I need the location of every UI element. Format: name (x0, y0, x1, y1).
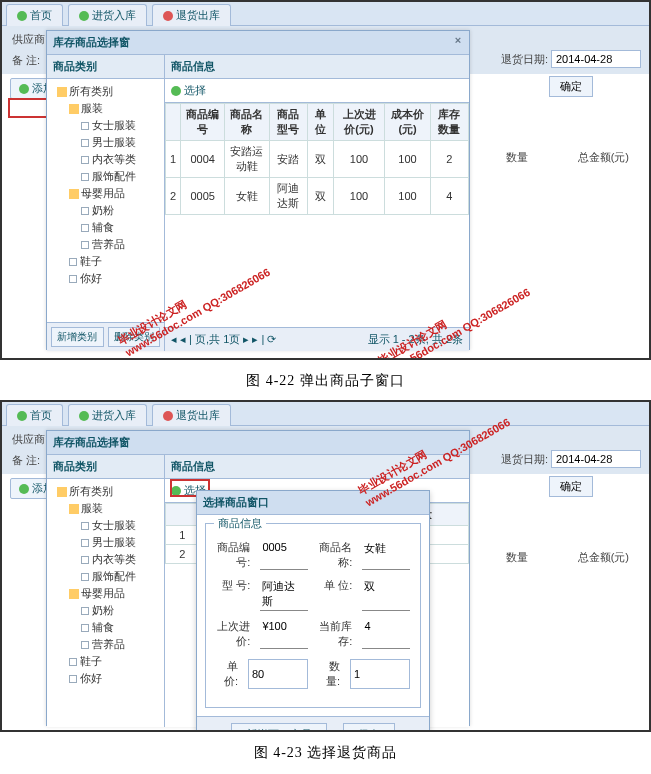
col: 商品编号 (181, 104, 225, 141)
right-panel: 退货日期: 确定 (501, 50, 641, 97)
main-tabs: 首页 进货入库 退货出库 (2, 402, 649, 426)
col: 库存数量 (430, 104, 468, 141)
tab-out[interactable]: 退货出库 (152, 404, 231, 426)
leaf-icon (81, 241, 89, 249)
folder-icon (57, 87, 67, 97)
category-tree: 所有类别 服装 女士服装 男士服装 内衣等类 服饰配件 母婴用品 奶粉 辅食 营… (47, 79, 164, 322)
confirm-button[interactable]: 确定 (549, 76, 593, 97)
in-icon (79, 11, 89, 21)
col: 上次进价(元) (333, 104, 385, 141)
tab-in[interactable]: 进货入库 (68, 404, 147, 426)
home-icon (17, 411, 27, 421)
product-stock: 4 (362, 619, 410, 649)
modal-title: 库存商品选择窗 (47, 431, 469, 455)
folder-icon (69, 189, 79, 199)
next-product-button[interactable]: 新增下一商品 (231, 723, 327, 732)
col: 商品名称 (225, 104, 269, 141)
leaf-icon (81, 156, 89, 164)
qty-input[interactable] (350, 659, 410, 689)
tree-item[interactable]: 奶粉 (51, 202, 160, 219)
pager-left: ◂ ◂ | 页,共 1页 ▸ ▸ | ⟳ (171, 332, 276, 347)
tree-item[interactable]: 营养品 (51, 236, 160, 253)
leaf-icon (81, 122, 89, 130)
tab-out[interactable]: 退货出库 (152, 4, 231, 26)
qty-header: 数量 (506, 150, 528, 165)
caption-2: 图 4-23 选择退货商品 (0, 734, 651, 772)
caption-1: 图 4-22 弹出商品子窗口 (0, 362, 651, 400)
qty-header: 数量 (506, 550, 528, 565)
product-price: ¥100 (260, 619, 308, 649)
folder-icon (69, 104, 79, 114)
tree-pane: 商品类别 所有类别 服装 女士服装 男士服装 内衣等类 服饰配件 母婴用品 奶粉… (47, 55, 165, 351)
tree-item[interactable]: 服饰配件 (51, 168, 160, 185)
tree-item[interactable]: 服装 (51, 100, 160, 117)
tab-home[interactable]: 首页 (6, 404, 63, 426)
in-icon (79, 411, 89, 421)
col: 单位 (307, 104, 333, 141)
leaf-icon (81, 207, 89, 215)
grid-pane: 商品信息 选择 商品编号 商品名称 商品型号 单位 上次进价(元) 成本价(元)… (165, 55, 469, 351)
amount-header: 总金额(元) (578, 150, 629, 165)
save-button[interactable]: 保存 (343, 723, 395, 732)
tree-item[interactable]: 女士服装 (51, 117, 160, 134)
col: 成本价(元) (385, 104, 431, 141)
table-row[interactable]: 10004安踏运动鞋安踏双1001002 (166, 141, 469, 178)
right-headers: 数量 总金额(元) (506, 150, 629, 165)
tree-item[interactable]: 母婴用品 (51, 185, 160, 202)
right-panel: 退货日期: 确定 (501, 450, 641, 497)
product-unit: 双 (362, 578, 410, 611)
pager-right: 显示 1 - 2条, 共 2条 (368, 332, 463, 347)
table-row[interactable]: 20005女鞋阿迪达斯双1001004 (166, 178, 469, 215)
supplier-label: 供应商: (12, 33, 48, 45)
highlight-box (8, 98, 48, 118)
product-id: 0005 (260, 540, 308, 570)
leaf-icon (69, 258, 77, 266)
close-icon[interactable]: × (451, 34, 465, 48)
fieldset-label: 商品信息 (214, 516, 266, 531)
select-product-dialog: 选择商品窗口 商品信息 商品编号:0005商品名称:女鞋 型 号:阿迪达斯单 位… (196, 490, 430, 732)
tab-in[interactable]: 进货入库 (68, 4, 147, 26)
tree-item[interactable]: 你好 (51, 270, 160, 287)
dialog-title: 选择商品窗口 (197, 491, 429, 515)
confirm-button[interactable]: 确定 (549, 476, 593, 497)
select-button[interactable]: 选择 (171, 84, 206, 96)
tree-item[interactable]: 内衣等类 (51, 151, 160, 168)
product-table: 商品编号 商品名称 商品型号 单位 上次进价(元) 成本价(元) 库存数量 10… (165, 103, 469, 215)
unit-price-input[interactable] (248, 659, 308, 689)
tree-title: 商品类别 (47, 55, 164, 79)
leaf-icon (81, 224, 89, 232)
out-icon (163, 411, 173, 421)
pager: ◂ ◂ | 页,共 1页 ▸ ▸ | ⟳ 显示 1 - 2条, 共 2条 (165, 327, 469, 351)
out-icon (163, 11, 173, 21)
product-name: 女鞋 (362, 540, 410, 570)
amount-header: 总金额(元) (578, 550, 629, 565)
supplier-label: 供应商: (12, 433, 48, 445)
return-date-input[interactable] (551, 450, 641, 468)
leaf-icon (69, 275, 77, 283)
col: 商品型号 (269, 104, 307, 141)
leaf-icon (81, 173, 89, 181)
remark-label: 备 注: (12, 54, 40, 66)
modal-title: 库存商品选择窗× (47, 31, 469, 55)
return-date-input[interactable] (551, 50, 641, 68)
return-date-label: 退货日期: (501, 453, 548, 465)
tab-home[interactable]: 首页 (6, 4, 63, 26)
main-tabs: 首页 进货入库 退货出库 (2, 2, 649, 26)
leaf-icon (81, 139, 89, 147)
tree-item[interactable]: 男士服装 (51, 134, 160, 151)
right-headers: 数量 总金额(元) (506, 550, 629, 565)
tree-item[interactable]: 鞋子 (51, 253, 160, 270)
tree-root[interactable]: 所有类别 (51, 83, 160, 100)
grid-title: 商品信息 (165, 55, 469, 79)
return-date-label: 退货日期: (501, 53, 548, 65)
product-model: 阿迪达斯 (260, 578, 308, 611)
product-select-modal: 库存商品选择窗× 商品类别 所有类别 服装 女士服装 男士服装 内衣等类 服饰配… (46, 30, 470, 350)
table-header-row: 商品编号 商品名称 商品型号 单位 上次进价(元) 成本价(元) 库存数量 (166, 104, 469, 141)
home-icon (17, 11, 27, 21)
new-category-button[interactable]: 新增类别 (51, 327, 104, 347)
remark-label: 备 注: (12, 454, 40, 466)
del-category-button[interactable]: 删除类别 (108, 327, 161, 347)
tree-item[interactable]: 辅食 (51, 219, 160, 236)
